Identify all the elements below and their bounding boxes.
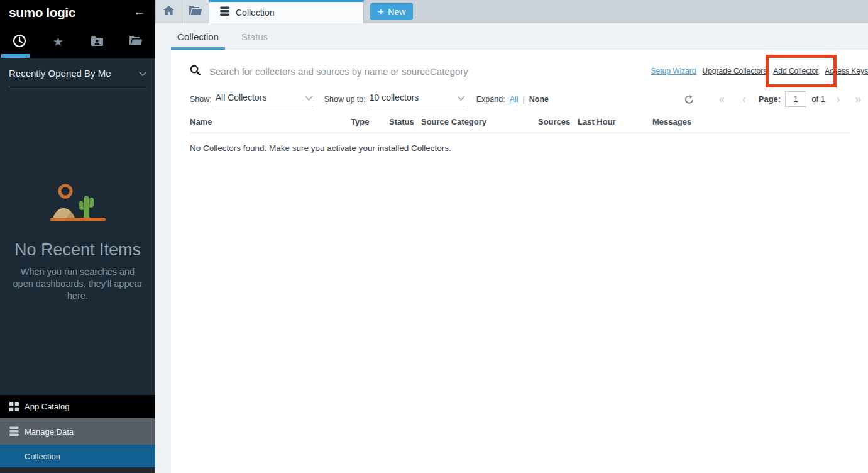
filter-row: Show: All Collectors Show up to: 10 coll…	[171, 91, 868, 107]
star-icon: ★	[53, 36, 63, 48]
clock-icon	[13, 34, 26, 50]
access-keys-link[interactable]: Access Keys	[825, 67, 868, 75]
refresh-icon[interactable]	[684, 94, 694, 104]
sub-tab-bar: Collection Status	[155, 23, 868, 50]
upto-filter-value: 10 collectors	[370, 92, 419, 103]
sidebar-bottom-menu: App Catalog Manage Data Collection	[0, 395, 155, 473]
sidebar-item-collection[interactable]: Collection	[0, 445, 155, 467]
nav-library-tab[interactable]	[116, 25, 155, 58]
no-recent-items-title: No Recent Items	[0, 240, 155, 260]
sidebar-item-label: Manage Data	[25, 427, 74, 437]
column-header-source-category[interactable]: Source Category	[421, 117, 538, 126]
recent-filter-label: Recently Opened By Me	[9, 68, 111, 79]
panel-toolbar: Search for collectors and sources by nam…	[171, 62, 868, 80]
collapse-sidebar-icon[interactable]: ←	[133, 5, 145, 19]
sidebar-header: sumo logic ←	[0, 0, 155, 25]
sidebar-item-manage-data[interactable]: Manage Data	[0, 418, 155, 445]
sidebar-item-partial[interactable]	[0, 467, 155, 473]
expand-all-link[interactable]: All	[510, 95, 519, 104]
chevron-down-icon	[457, 92, 465, 103]
new-button[interactable]: + New	[370, 3, 413, 20]
page-number-input[interactable]	[785, 91, 806, 107]
column-header-status[interactable]: Status	[389, 117, 421, 126]
sidebar-item-label: Collection	[25, 452, 60, 461]
column-header-messages[interactable]: Messages	[652, 117, 849, 126]
previous-page-icon[interactable]: ‹	[742, 93, 746, 106]
new-button-label: New	[388, 7, 405, 17]
left-sidebar: sumo logic ← ★	[0, 0, 155, 473]
database-icon	[219, 6, 230, 19]
column-header-type[interactable]: Type	[351, 117, 389, 126]
show-filter-label: Show:	[190, 95, 212, 104]
person-folder-icon	[91, 36, 103, 48]
sumo-logic-logo: sumo logic	[0, 5, 75, 20]
quick-links: Setup Wizard Upgrade Collectors Add Coll…	[651, 67, 868, 75]
upgrade-collectors-link[interactable]: Upgrade Collectors	[703, 67, 767, 75]
show-filter-value: All Collectors	[216, 92, 267, 103]
main-area: Collection + New Collection Status Searc…	[155, 0, 868, 473]
upto-filter-label: Show up to:	[324, 95, 366, 104]
plus-icon: +	[378, 6, 383, 18]
cactus-trunk	[84, 196, 89, 220]
sun-icon	[60, 186, 71, 197]
nav-favorites-tab[interactable]: ★	[39, 25, 78, 58]
tab-label: Collection	[236, 8, 274, 18]
collection-panel: Search for collectors and sources by nam…	[171, 50, 868, 473]
top-tab-bar: Collection + New	[155, 0, 868, 23]
search-placeholder: Search for collectors and sources by nam…	[209, 66, 468, 77]
next-page-icon[interactable]: ›	[837, 93, 840, 106]
grid-icon	[6, 402, 21, 411]
upto-filter-dropdown[interactable]: 10 collectors	[370, 92, 465, 106]
setup-wizard-link[interactable]: Setup Wizard	[651, 67, 696, 75]
pagination-controls: « ‹ Page: of 1 › »	[684, 91, 861, 107]
expand-label: Expand:	[476, 95, 505, 104]
empty-table-message: No Collectors found. Make sure you activ…	[190, 143, 849, 153]
subtab-status[interactable]: Status	[235, 23, 274, 50]
open-folder-icon	[129, 36, 142, 48]
column-header-name[interactable]: Name	[190, 117, 351, 126]
home-icon	[163, 6, 174, 18]
pipe-divider: |	[523, 95, 525, 104]
search-input[interactable]: Search for collectors and sources by nam…	[190, 65, 468, 78]
search-icon	[190, 65, 201, 78]
ground-line	[50, 218, 106, 221]
page-count-label: of 1	[811, 94, 825, 104]
column-header-last-hour[interactable]: Last Hour	[578, 117, 652, 126]
column-header-sources[interactable]: Sources	[538, 117, 578, 126]
home-button[interactable]	[155, 0, 182, 23]
collectors-table-header: Name Type Status Source Category Sources…	[190, 117, 849, 133]
no-recent-items-subtitle: When you run searches and open dashboard…	[11, 266, 144, 302]
sidebar-item-app-catalog[interactable]: App Catalog	[0, 395, 155, 418]
last-page-icon[interactable]: »	[855, 93, 861, 106]
chevron-down-icon	[305, 92, 313, 103]
tab-collection[interactable]: Collection	[209, 0, 364, 23]
sidebar-nav-iconbar: ★	[0, 25, 155, 58]
database-icon	[6, 426, 21, 437]
app-window: sumo logic ← ★	[0, 0, 868, 473]
expand-none-link[interactable]: None	[529, 95, 549, 104]
open-folder-icon	[189, 6, 202, 18]
active-nav-indicator	[1, 54, 30, 58]
desert-illustration	[0, 182, 155, 226]
add-collector-link[interactable]: Add Collector	[773, 67, 818, 75]
show-filter-dropdown[interactable]: All Collectors	[216, 92, 313, 106]
nav-personal-folder-tab[interactable]	[78, 25, 117, 58]
library-button[interactable]	[182, 0, 209, 23]
page-label: Page:	[759, 94, 781, 104]
subtab-collection[interactable]: Collection	[171, 23, 225, 50]
sidebar-item-label: App Catalog	[25, 402, 70, 411]
chevron-down-icon	[139, 67, 146, 79]
first-page-icon[interactable]: «	[719, 93, 725, 106]
recent-filter-dropdown[interactable]: Recently Opened By Me	[9, 67, 146, 87]
